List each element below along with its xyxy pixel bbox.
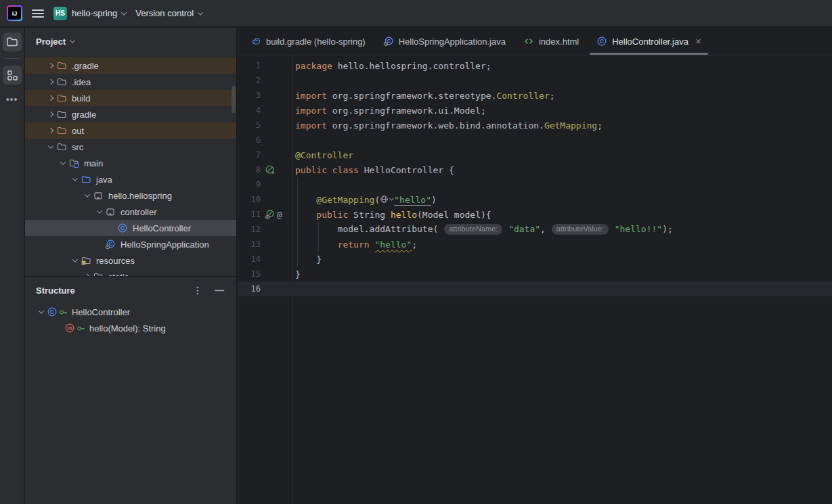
close-tab-icon[interactable]: ✕	[695, 37, 701, 46]
code-line-9[interactable]: 9	[238, 177, 832, 192]
code-line-15[interactable]: 15}	[238, 267, 832, 281]
tree-item--idea[interactable]: .idea	[25, 74, 236, 90]
tool-window-rail: •••	[0, 28, 24, 504]
code-line-6[interactable]: 6	[238, 133, 832, 147]
tree-vertical-scrollbar[interactable]	[232, 86, 236, 113]
class-icon: C	[596, 36, 607, 47]
code-token: @Controller	[295, 150, 353, 160]
chevron-down-icon[interactable]	[97, 208, 102, 213]
chevron-right-icon[interactable]	[48, 79, 53, 85]
code-token: (	[374, 195, 380, 205]
hide-panel-icon[interactable]: —	[215, 285, 224, 296]
chevron-down-icon[interactable]	[39, 308, 44, 313]
line-number: 7	[238, 150, 261, 160]
line-number: 9	[238, 180, 261, 189]
code-line-11[interactable]: 11@ public String hello(Model model){	[238, 207, 832, 222]
code-line-4[interactable]: 4import org.springframework.ui.Model;	[238, 103, 832, 118]
code-token: "data"	[508, 224, 540, 234]
tree-item-label: java	[96, 175, 112, 185]
editor-tab-index-html[interactable]: index.html	[514, 28, 588, 55]
tree-item-hello-hellospring[interactable]: hello.hellospring	[25, 187, 236, 204]
chevron-right-icon[interactable]	[48, 128, 53, 133]
code-token: ;	[550, 91, 555, 101]
chevron-right-icon[interactable]	[48, 95, 53, 101]
chevron-down-icon[interactable]	[72, 256, 78, 262]
code-line-13[interactable]: 13 return "hello";	[238, 237, 832, 252]
at-gutter-icon[interactable]: @	[277, 210, 282, 220]
spring-boot-class-icon: C	[383, 36, 394, 47]
main-toolbar: IJ HS hello-spring Version control	[0, 0, 832, 27]
code-token: model.addAttribute(	[295, 224, 443, 234]
chevron-right-icon[interactable]	[48, 112, 53, 117]
code-editor[interactable]: 1package hello.hellospring.controller;23…	[238, 55, 832, 504]
code-line-1[interactable]: 1package hello.hellospring.controller;	[238, 58, 832, 73]
tree-item-build[interactable]: build	[25, 90, 236, 106]
code-line-12[interactable]: 12 model.addAttribute( attributeName: "d…	[238, 222, 832, 237]
tree-item-java[interactable]: java	[25, 171, 236, 187]
editor-tab-hellospringapplication-java[interactable]: CHelloSpringApplication.java	[374, 28, 514, 55]
code-line-7[interactable]: 7@Controller	[238, 147, 832, 162]
more-tool-windows-icon[interactable]: •••	[6, 94, 18, 105]
structure-tree: CHelloControllermhello(Model): String	[25, 304, 236, 336]
code-token: import	[295, 106, 332, 116]
structure-item-hellocontroller[interactable]: CHelloController	[25, 304, 236, 320]
tree-item-hellospringapplication[interactable]: CHelloSpringApplication	[25, 236, 236, 252]
editor-tab-build-gradle-hello-spring-[interactable]: build.gradle (hello-spring)	[242, 28, 374, 55]
folder-icon	[56, 125, 68, 136]
tree-item-controller[interactable]: controller	[25, 204, 236, 220]
tree-item-main[interactable]: main	[25, 155, 236, 171]
main-menu-icon[interactable]	[32, 9, 44, 18]
tree-item-gradle[interactable]: gradle	[25, 106, 236, 122]
project-widget[interactable]: HS hello-spring	[53, 7, 126, 20]
editor-tab-hellocontroller-java[interactable]: CHelloController.java✕	[588, 28, 710, 55]
line-number: 3	[238, 91, 261, 100]
code-token: (Model model){	[417, 210, 491, 220]
code-line-2[interactable]: 2	[238, 73, 832, 88]
tree-item-resources[interactable]: resources	[25, 252, 236, 269]
structure-item-label: hello(Model): String	[89, 323, 166, 334]
project-tool-icon[interactable]	[3, 32, 22, 51]
visibility-key-icon	[76, 324, 87, 333]
code-line-8[interactable]: 8public class HelloController {	[238, 162, 832, 177]
tree-item--gradle[interactable]: .gradle	[25, 58, 236, 74]
chevron-down-icon[interactable]	[85, 191, 90, 197]
tree-item-hellocontroller[interactable]: CHelloController	[25, 220, 236, 236]
chevron-down-icon	[198, 9, 203, 15]
line-number: 14	[238, 254, 261, 264]
parameter-hint-inlay: attributeValue:	[552, 224, 609, 235]
code-token: String	[353, 210, 391, 220]
tree-item-src[interactable]: src	[25, 139, 236, 155]
folder-resources-icon	[81, 255, 93, 266]
code-line-5[interactable]: 5import org.springframework.web.bind.ann…	[238, 118, 832, 133]
code-token	[295, 195, 316, 205]
code-line-10[interactable]: 10 @GetMapping("hello")	[238, 192, 832, 207]
class-icon: C	[47, 306, 59, 317]
visibility-key-icon	[59, 308, 69, 317]
code-token	[609, 224, 615, 234]
url-globe-icon[interactable]	[380, 195, 393, 204]
tree-item-out[interactable]: out	[25, 122, 236, 139]
folder-icon	[81, 174, 93, 185]
code-token: "hello"	[394, 195, 431, 205]
code-line-14[interactable]: 14 }	[238, 252, 832, 267]
structure-panel-title: Structure	[36, 285, 75, 296]
line-number: 4	[238, 106, 261, 115]
chevron-right-icon[interactable]	[48, 63, 53, 68]
code-line-3[interactable]: 3import org.springframework.stereotype.C…	[238, 88, 832, 103]
tab-bar: build.gradle (hello-spring)CHelloSpringA…	[238, 28, 832, 55]
project-tree: .gradle.ideabuildgradleoutsrcmainjavahel…	[25, 55, 236, 277]
structure-item-hello[interactable]: mhello(Model): String	[25, 320, 236, 336]
spring-mapping-gutter-icon[interactable]	[265, 209, 276, 220]
options-kebab-icon[interactable]: ⋮	[193, 285, 202, 296]
method-icon: m	[64, 323, 76, 334]
chevron-down-icon[interactable]	[60, 159, 66, 164]
spring-bean-gutter-icon[interactable]	[265, 164, 276, 175]
code-line-16[interactable]: 16	[238, 281, 832, 296]
line-number: 6	[238, 135, 261, 145]
tree-item-label: out	[72, 126, 84, 136]
chevron-down-icon[interactable]	[48, 143, 53, 148]
structure-tool-icon[interactable]	[3, 66, 22, 85]
version-control-widget[interactable]: Version control	[135, 8, 202, 18]
chevron-down-icon[interactable]	[72, 175, 78, 181]
project-panel-header[interactable]: Project	[25, 28, 236, 55]
